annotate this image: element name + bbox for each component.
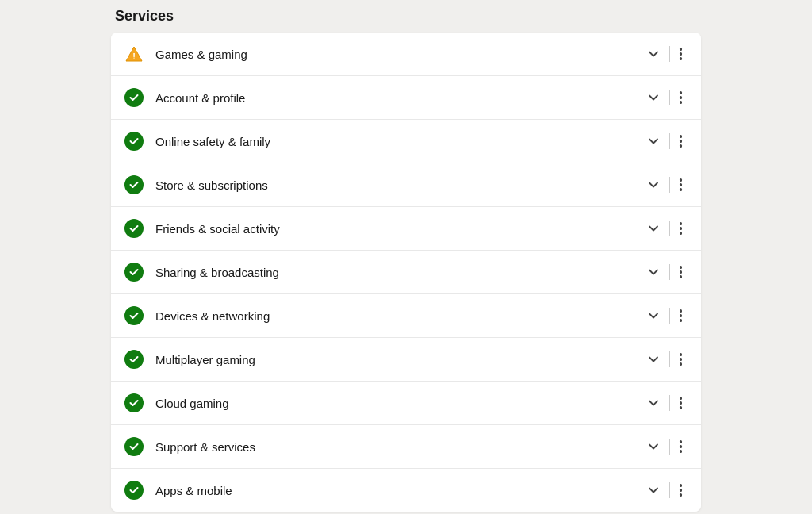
more-dots-icon-apps-mobile [680,484,683,497]
row-actions-multiplayer-gaming [641,350,689,369]
action-divider-apps-mobile [669,482,670,498]
expand-button-apps-mobile[interactable] [641,481,666,500]
service-label-devices-networking: Devices & networking [155,309,641,323]
service-row-games-gaming[interactable]: ! Games & gaming [111,33,701,76]
more-options-button-support-services[interactable] [673,437,689,456]
service-label-online-safety: Online safety & family [155,135,641,148]
expand-button-support-services[interactable] [641,437,666,456]
more-dots-icon-store-subscriptions [680,178,683,191]
row-actions-online-safety [641,132,689,151]
service-label-cloud-gaming: Cloud gaming [155,397,641,410]
more-dots-icon-online-safety [680,135,683,148]
service-row-friends-social[interactable]: Friends & social activity [111,207,701,251]
service-row-store-subscriptions[interactable]: Store & subscriptions [111,163,701,207]
service-row-sharing-broadcasting[interactable]: Sharing & broadcasting [111,251,701,294]
service-label-support-services: Support & services [155,440,641,454]
row-actions-games-gaming [641,44,689,63]
row-actions-account-profile [641,88,689,107]
ok-icon [124,436,144,457]
more-options-button-friends-social[interactable] [673,219,689,238]
expand-button-multiplayer-gaming[interactable] [641,350,666,369]
row-actions-store-subscriptions [641,175,689,194]
more-dots-icon-multiplayer-gaming [680,353,683,366]
service-label-apps-mobile: Apps & mobile [155,484,641,497]
service-label-account-profile: Account & profile [155,91,641,105]
more-dots-icon-sharing-broadcasting [680,266,683,278]
expand-button-devices-networking[interactable] [641,306,666,325]
service-row-devices-networking[interactable]: Devices & networking [111,294,701,338]
ok-icon [124,305,144,326]
more-options-button-sharing-broadcasting[interactable] [673,263,689,282]
action-divider-friends-social [669,221,670,236]
row-actions-friends-social [641,219,689,238]
action-divider-cloud-gaming [669,395,670,411]
ok-icon [124,87,144,108]
more-options-button-games-gaming[interactable] [673,44,689,63]
ok-icon [124,218,144,239]
expand-button-online-safety[interactable] [641,132,666,151]
expand-button-store-subscriptions[interactable] [641,175,666,194]
more-options-button-devices-networking[interactable] [673,306,689,325]
more-dots-icon-account-profile [680,91,683,104]
warning-icon: ! [124,44,144,64]
ok-icon [124,393,144,413]
action-divider-games-gaming [669,46,670,62]
more-dots-icon-friends-social [680,222,683,235]
service-row-apps-mobile[interactable]: Apps & mobile [111,469,701,512]
row-actions-support-services [641,437,689,456]
service-row-cloud-gaming[interactable]: Cloud gaming [111,382,701,425]
more-options-button-online-safety[interactable] [673,132,689,151]
more-options-button-multiplayer-gaming[interactable] [673,350,689,369]
more-dots-icon-games-gaming [680,48,683,60]
row-actions-cloud-gaming [641,393,689,412]
action-divider-account-profile [669,90,670,105]
action-divider-multiplayer-gaming [669,351,670,367]
more-options-button-cloud-gaming[interactable] [673,393,689,412]
expand-button-games-gaming[interactable] [641,44,666,63]
service-label-friends-social: Friends & social activity [155,222,641,236]
services-list: ! Games & gaming Account & profile Onlin… [111,33,701,512]
service-row-account-profile[interactable]: Account & profile [111,76,701,120]
service-row-online-safety[interactable]: Online safety & family [111,120,701,163]
service-row-support-services[interactable]: Support & services [111,425,701,469]
row-actions-apps-mobile [641,481,689,500]
service-label-games-gaming: Games & gaming [155,48,641,61]
row-actions-sharing-broadcasting [641,263,689,282]
more-dots-icon-devices-networking [680,309,683,322]
action-divider-store-subscriptions [669,177,670,193]
ok-icon [124,480,144,501]
expand-button-cloud-gaming[interactable] [641,393,666,412]
service-label-sharing-broadcasting: Sharing & broadcasting [155,266,641,279]
service-label-store-subscriptions: Store & subscriptions [155,178,641,192]
action-divider-sharing-broadcasting [669,264,670,280]
expand-button-sharing-broadcasting[interactable] [641,263,666,282]
ok-icon [124,349,144,370]
section-title: Services [111,8,701,25]
more-dots-icon-cloud-gaming [680,397,683,409]
more-options-button-account-profile[interactable] [673,88,689,107]
ok-icon [124,175,144,195]
more-options-button-apps-mobile[interactable] [673,481,689,500]
svg-text:!: ! [132,52,136,61]
ok-icon [124,262,144,282]
ok-icon [124,131,144,152]
action-divider-online-safety [669,133,670,149]
more-dots-icon-support-services [680,440,683,453]
action-divider-support-services [669,439,670,455]
expand-button-friends-social[interactable] [641,219,666,238]
expand-button-account-profile[interactable] [641,88,666,107]
service-row-multiplayer-gaming[interactable]: Multiplayer gaming [111,338,701,382]
page-container: Services ! Games & gaming Account & prof… [0,0,812,514]
service-label-multiplayer-gaming: Multiplayer gaming [155,353,641,366]
action-divider-devices-networking [669,308,670,324]
row-actions-devices-networking [641,306,689,325]
more-options-button-store-subscriptions[interactable] [673,175,689,194]
